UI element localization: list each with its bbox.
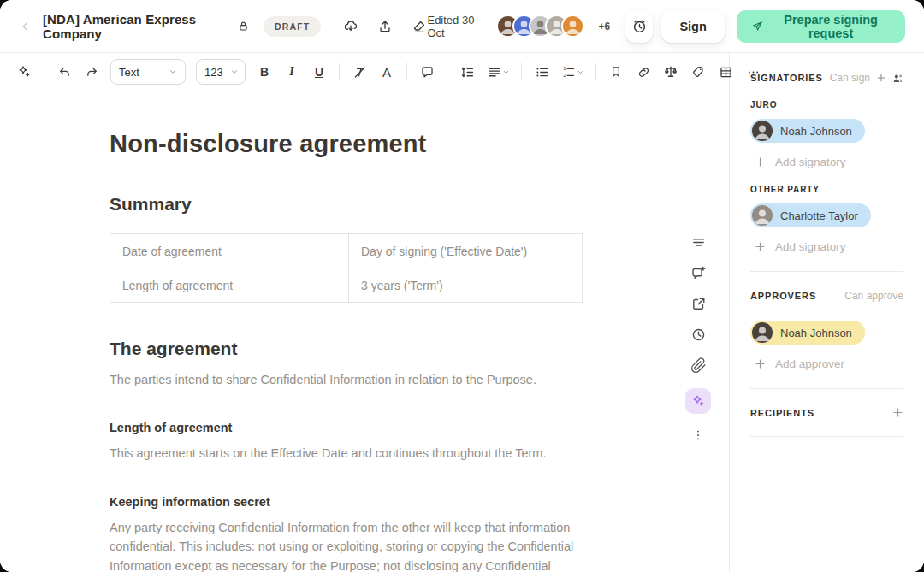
doc-heading-title[interactable]: Non-disclosure agreement — [110, 130, 621, 158]
back-chevron-icon[interactable] — [19, 20, 33, 33]
signatory-name: Charlotte Taylor — [780, 209, 858, 222]
upload-icon[interactable] — [377, 19, 393, 34]
add-approver-button[interactable]: Add approver — [750, 357, 903, 370]
sign-button[interactable]: Sign — [661, 10, 724, 43]
table-of-contents-icon[interactable] — [690, 234, 707, 251]
table-row: Length of agreement 3 years ('Term') — [110, 268, 583, 303]
document-title: [NDA] American Express Company — [43, 12, 225, 41]
history-clock-icon[interactable] — [690, 327, 707, 343]
toolbar-divider — [339, 63, 340, 80]
avatar — [752, 121, 773, 141]
summary-table[interactable]: Date of agreement Day of signing ('Effec… — [110, 233, 583, 303]
download-icon[interactable] — [343, 19, 358, 34]
header: [NDA] American Express Company DRAFT — [0, 0, 924, 53]
underline-button[interactable]: U — [306, 59, 332, 85]
signatory-chip[interactable]: Charlotte Taylor — [750, 203, 871, 227]
table-cell[interactable]: 3 years ('Term') — [349, 268, 583, 303]
prepare-signing-request-button[interactable]: Prepare signing request — [737, 10, 905, 43]
avatar — [561, 15, 584, 38]
table-cell[interactable]: Length of agreement — [110, 268, 349, 303]
edited-timestamp: Edited 30 Oct — [427, 14, 484, 39]
sidebar-divider — [750, 388, 903, 389]
add-comment-icon[interactable] — [690, 265, 707, 281]
ai-assistant-icon[interactable] — [685, 388, 711, 414]
signatories-sidebar: SIGNATORIES Can sign — [729, 53, 924, 572]
toolbar-divider — [521, 63, 522, 80]
signatory-name: Noah Johnson — [780, 125, 852, 138]
bullet-list-button[interactable] — [529, 59, 554, 85]
clear-formatting-button[interactable] — [346, 59, 372, 85]
status-badge: DRAFT — [264, 16, 322, 37]
italic-button[interactable]: I — [279, 59, 305, 85]
svg-text:1: 1 — [563, 66, 566, 71]
document-canvas[interactable]: Non-disclosure agreement Summary Date of… — [0, 91, 621, 572]
more-options-button[interactable] — [740, 59, 766, 85]
lock-icon — [237, 20, 250, 32]
doc-heading-agreement[interactable]: The agreement — [110, 339, 621, 359]
font-color-button[interactable]: A — [374, 59, 400, 85]
approver-chip[interactable]: Noah Johnson — [750, 321, 865, 345]
table-cell[interactable]: Date of agreement — [110, 234, 349, 268]
approver-name: Noah Johnson — [780, 327, 852, 339]
can-approve-label: Can approve — [844, 290, 903, 302]
party-label-other: OTHER PARTY — [750, 185, 903, 194]
add-signatory-button[interactable]: Add signatory — [750, 156, 903, 168]
toolbar-divider — [406, 63, 407, 80]
bookmark-button[interactable] — [603, 59, 629, 85]
clause-heading[interactable]: Length of agreement — [110, 421, 621, 434]
editor-side-rail — [684, 234, 712, 442]
table-button[interactable] — [713, 59, 738, 85]
link-button[interactable] — [631, 59, 656, 85]
sidebar-divider — [750, 436, 903, 437]
avatar — [752, 322, 773, 343]
party-label-juro: JURO — [750, 100, 903, 109]
collaborator-avatars[interactable] — [496, 15, 584, 38]
approvers-title: APPROVERS — [750, 291, 816, 301]
bold-button[interactable]: B — [252, 59, 277, 85]
send-icon — [751, 19, 763, 33]
app-window: [NDA] American Express Company DRAFT — [0, 0, 924, 572]
toolbar-divider — [44, 63, 44, 80]
numbered-list-button[interactable]: 1 2 — [556, 59, 589, 85]
avatar — [752, 205, 773, 226]
clause-paragraph[interactable]: This agreement starts on the Effective D… — [110, 444, 583, 463]
eraser-icon[interactable] — [412, 19, 427, 34]
attachments-paperclip-icon[interactable] — [690, 357, 707, 374]
add-recipient-plus-icon[interactable] — [892, 407, 903, 418]
sidebar-divider — [750, 271, 903, 272]
signatory-chip[interactable]: Noah Johnson — [750, 119, 865, 143]
signing-order-people-icon[interactable] — [892, 73, 903, 84]
avatar-overflow-count[interactable]: +6 — [598, 21, 610, 32]
clause-paragraph[interactable]: Any party receiving Confidential Informa… — [110, 518, 578, 572]
add-signer-plus-icon[interactable] — [876, 73, 886, 83]
can-sign-label: Can sign — [830, 72, 870, 84]
clause-heading[interactable]: Keeping information secret — [110, 495, 621, 509]
doc-heading-summary[interactable]: Summary — [110, 194, 621, 215]
legal-scales-button[interactable] — [658, 59, 684, 85]
table-row: Date of agreement Day of signing ('Effec… — [110, 234, 583, 268]
editor-pane: Text 123 B I U A — [0, 53, 729, 572]
redo-button[interactable] — [79, 59, 104, 85]
numbering-select[interactable]: 123 — [196, 59, 246, 85]
line-spacing-button[interactable] — [454, 59, 480, 85]
kebab-menu-icon[interactable] — [691, 428, 705, 442]
doc-paragraph[interactable]: The parties intend to share Confidential… — [110, 370, 583, 389]
alignment-button[interactable] — [482, 59, 514, 85]
undo-button[interactable] — [51, 59, 77, 85]
clause-tag-button[interactable] — [685, 59, 711, 85]
add-signatory-button[interactable]: Add signatory — [750, 240, 903, 253]
text-style-select[interactable]: Text — [110, 59, 186, 85]
toolbar-divider — [447, 63, 447, 80]
formatting-toolbar: Text 123 B I U A — [0, 53, 729, 91]
table-cell[interactable]: Day of signing ('Effective Date') — [349, 234, 583, 268]
toolbar-divider — [595, 63, 596, 80]
comment-button[interactable] — [414, 59, 440, 85]
svg-text:2: 2 — [563, 73, 566, 78]
reminder-clock-button[interactable] — [625, 10, 653, 43]
ai-sparkle-button[interactable] — [11, 59, 37, 85]
recipients-title: RECIPIENTS — [750, 408, 814, 418]
share-export-icon[interactable] — [690, 296, 707, 312]
